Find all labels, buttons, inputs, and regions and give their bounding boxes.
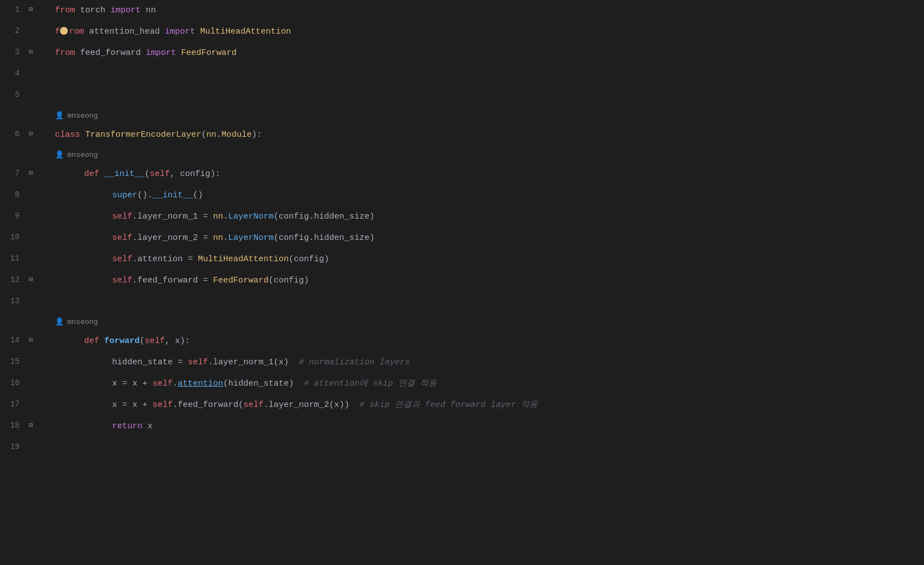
self-9: self	[112, 206, 132, 228]
fold-1[interactable]: ⊟	[25, 1, 36, 13]
fold-6[interactable]: ⊟	[25, 125, 36, 138]
author-name-3: mnseong	[67, 318, 98, 326]
line-num-16: 16	[0, 373, 25, 387]
code-line-6: class TransformerEncoderLayer ( nn.Modul…	[50, 124, 924, 146]
keyword-from-3: from	[55, 43, 75, 64]
line-4: 4	[0, 64, 924, 85]
line-3: 3 ⊟ from feed_forward import FeedForward	[0, 43, 924, 64]
code-line-13	[50, 291, 924, 313]
keyword-from-2: f	[55, 21, 60, 43]
code-line-1: from torch import nn	[50, 0, 160, 21]
code-line-16: x = x + self . attention (hidden_state) …	[50, 373, 441, 395]
author-icon-1: 👤	[55, 111, 64, 120]
meta-author-2: 👤 mnseong	[50, 146, 924, 164]
line-13: 13 👤 mnseong	[0, 291, 924, 331]
keyword-class: class	[55, 124, 80, 146]
line-10: 10 self .layer_norm_2 = nn . LayerNorm (…	[0, 228, 924, 249]
line-16: 16 x = x + self . attention (hidden_stat…	[0, 373, 924, 395]
code-line-17: x = x + self .feed_forward( self .layer_…	[50, 395, 542, 416]
fold-14[interactable]: ⊟	[25, 331, 36, 344]
func-init: __init__	[104, 164, 145, 185]
line-num-15: 15	[0, 352, 25, 366]
line-num-7: 7	[0, 164, 25, 178]
fold-icon-12[interactable]: ⊟	[29, 275, 33, 284]
author-name-2: mnseong	[67, 151, 98, 159]
keyword-import-1: import	[110, 0, 141, 21]
func-forward: forward	[104, 331, 140, 352]
line-7: 7 ⊟ def __init__ ( self , config):	[0, 164, 924, 185]
fold-icon-3[interactable]: ⊟	[29, 48, 33, 56]
line-2: 2 from attention_head import MultiHeadAt…	[0, 21, 924, 43]
line-num-10: 10	[0, 228, 25, 242]
fold-icon-7[interactable]: ⊟	[29, 169, 33, 177]
line-num-19: 19	[0, 437, 25, 451]
fold-icon-14[interactable]: ⊟	[29, 336, 33, 344]
line-num-14: 14	[0, 331, 25, 345]
line-12: 12 ⊟ self .feed_forward = FeedForward (c…	[0, 270, 924, 291]
import-feedforward: FeedForward	[181, 43, 237, 64]
code-line-7: def __init__ ( self , config):	[50, 164, 225, 185]
comment-17: # skip 연결과 feed forward layer 적용	[359, 395, 538, 416]
self-11: self	[112, 249, 132, 270]
code-line-8: super (). __init__ ()	[50, 185, 207, 206]
line-num-12: 12	[0, 270, 25, 284]
fold-3[interactable]: ⊟	[25, 43, 36, 56]
line-num-4: 4	[0, 64, 25, 78]
keyword-from-1: from	[55, 0, 75, 21]
code-line-11: self .attention = MultiHeadAttention (co…	[50, 249, 334, 270]
line-num-18: 18	[0, 416, 25, 430]
keyword-import-3: import	[146, 43, 176, 64]
code-line-9: self .layer_norm_1 = nn . LayerNorm (con…	[50, 206, 379, 228]
code-line-4	[50, 64, 59, 85]
line-17: 17 x = x + self .feed_forward( self .lay…	[0, 395, 924, 416]
fold-icon-6[interactable]: ⊟	[29, 129, 33, 138]
fold-icon-18[interactable]: ⊟	[29, 421, 33, 429]
fold-2	[25, 26, 36, 31]
author-icon-2: 👤	[55, 150, 64, 159]
code-line-10: self .layer_norm_2 = nn . LayerNorm (con…	[50, 228, 379, 249]
line-num-17: 17	[0, 395, 25, 409]
param-self-1: self	[150, 164, 170, 185]
code-line-5	[50, 85, 924, 106]
code-line-12: self .feed_forward = FeedForward (config…	[50, 270, 313, 291]
fold-icon-1[interactable]: ⊟	[29, 5, 33, 13]
line-num-3: 3	[0, 43, 25, 57]
comment-15: # normalization layers	[299, 352, 410, 373]
fold-18[interactable]: ⊟	[25, 416, 36, 429]
line-num-13: 13	[0, 291, 25, 305]
self-10: self	[112, 228, 132, 249]
fold-7[interactable]: ⊟	[25, 164, 36, 177]
line-num-1: 1	[0, 0, 25, 14]
line-15: 15 hidden_state = self .layer_norm_1(x) …	[0, 352, 924, 373]
line-14: 14 ⊟ def forward ( self , x):	[0, 331, 924, 352]
meta-author-3: 👤 mnseong	[50, 313, 924, 331]
keyword-def-2: def	[84, 331, 99, 352]
line-num-2: 2	[0, 21, 25, 35]
author-name-1: mnseong	[67, 112, 98, 120]
class-name: TransformerEncoderLayer	[85, 124, 201, 146]
parent-class: nn.Module	[206, 124, 252, 146]
line-11: 11 self .attention = MultiHeadAttention …	[0, 249, 924, 270]
code-line-3: from feed_forward import FeedForward	[50, 43, 241, 64]
self-12: self	[112, 270, 132, 291]
code-line-18: return x	[50, 416, 157, 437]
keyword-return: return	[112, 416, 142, 437]
bulb-icon[interactable]	[60, 27, 68, 35]
line-5: 5 👤 mnseong	[0, 85, 924, 124]
func-super: super	[112, 185, 137, 206]
line-num-9: 9	[0, 206, 25, 220]
line-6: 6 ⊟ class TransformerEncoderLayer ( nn.M…	[0, 124, 924, 164]
method-attention: attention	[178, 373, 223, 395]
line-num-11: 11	[0, 249, 25, 263]
line-18: 18 ⊟ return x	[0, 416, 924, 437]
param-self-2: self	[145, 331, 165, 352]
keyword-def-1: def	[84, 164, 99, 185]
line-8: 8 super (). __init__ ()	[0, 185, 924, 206]
code-line-15: hidden_state = self .layer_norm_1(x) # n…	[50, 352, 414, 373]
meta-author-1: 👤 mnseong	[50, 106, 924, 124]
fold-12[interactable]: ⊟	[25, 271, 36, 284]
line-num-6: 6	[0, 124, 25, 138]
line-num-8: 8	[0, 185, 25, 199]
line-9: 9 self .layer_norm_1 = nn . LayerNorm (c…	[0, 206, 924, 228]
import-multiheadattention: MultiHeadAttention	[200, 21, 291, 43]
